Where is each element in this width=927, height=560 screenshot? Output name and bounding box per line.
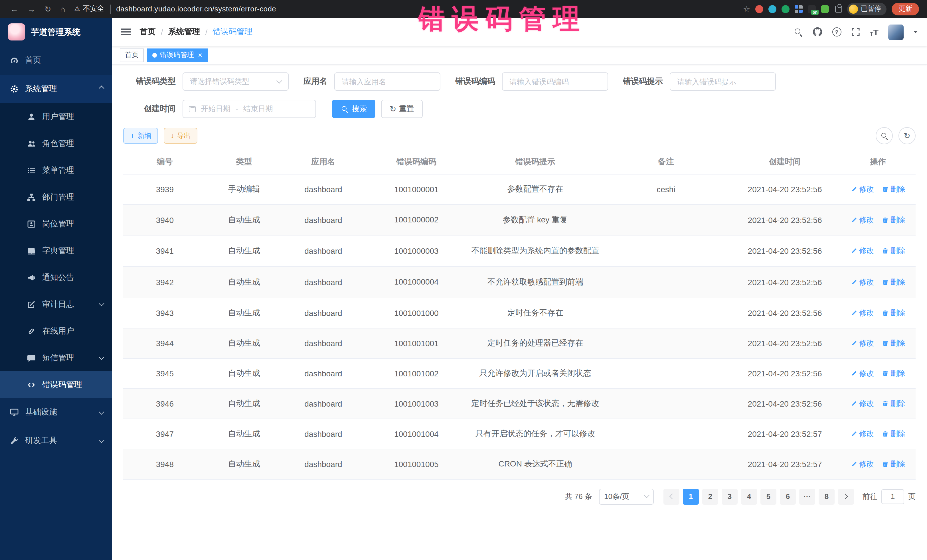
sidebar-item-tools[interactable]: 研发工具 <box>0 426 112 455</box>
error-type-select[interactable]: 请选择错误码类型 <box>182 73 289 91</box>
extension-icon-red[interactable] <box>755 5 763 13</box>
delete-link[interactable]: 删除 <box>882 215 905 225</box>
sidebar-item-megaphone[interactable]: 通知公告 <box>0 264 112 291</box>
goto-page: 前往 页 <box>863 489 916 504</box>
page-button-1[interactable]: 1 <box>683 489 699 505</box>
fullscreen-icon[interactable] <box>851 27 860 36</box>
edit-link[interactable]: 修改 <box>851 399 874 409</box>
sidebar-item-users[interactable]: 角色管理 <box>0 130 112 157</box>
page-button-8[interactable]: 8 <box>819 489 834 505</box>
tab-首页[interactable]: 首页 <box>120 48 144 62</box>
delete-link[interactable]: 删除 <box>882 277 905 287</box>
chevron-down-icon[interactable] <box>913 31 918 35</box>
page-button-6[interactable]: 6 <box>780 489 796 505</box>
update-button[interactable]: 更新 <box>892 3 919 15</box>
table-cell: 不能删除类型为系统内置的参数配置 <box>468 235 602 267</box>
hamburger-icon[interactable] <box>121 31 131 32</box>
error-hint-input[interactable] <box>670 73 776 91</box>
prev-page-button[interactable] <box>663 489 679 505</box>
extension-icon-green[interactable] <box>781 5 790 13</box>
sidebar-item-dashboard[interactable]: 首页 <box>0 46 112 75</box>
profile-chip[interactable]: 已暂停 <box>847 3 886 15</box>
sidebar-item-audit[interactable]: 审计日志 <box>0 291 112 318</box>
goto-page-input[interactable] <box>881 489 904 504</box>
user-avatar[interactable] <box>888 24 904 39</box>
delete-link[interactable]: 删除 <box>882 369 905 379</box>
delete-link[interactable]: 删除 <box>882 308 905 318</box>
error-code-input[interactable] <box>502 73 608 91</box>
extension-icon-grid[interactable] <box>795 5 802 13</box>
edit-link[interactable]: 修改 <box>851 277 874 287</box>
extension-icon-dark[interactable]: on <box>808 5 816 13</box>
reload-icon[interactable]: ↻ <box>44 4 51 14</box>
edit-link[interactable]: 修改 <box>851 369 874 379</box>
table-row: 3941自动生成dashboard1001000003不能删除类型为系统内置的参… <box>123 235 916 267</box>
sidebar-item-tree[interactable]: 部门管理 <box>0 184 112 211</box>
url-text[interactable]: dashboard.yudao.iocoder.cn/system/error-… <box>116 5 276 13</box>
table-cell: ceshi <box>603 174 729 205</box>
bookmark-star-icon[interactable]: ☆ <box>743 4 750 14</box>
security-indicator[interactable]: ⚠ 不安全 <box>74 4 104 14</box>
sidebar-item-online[interactable]: 在线用户 <box>0 318 112 344</box>
trash-icon <box>882 217 889 223</box>
table-cell: 定时任务已经处于该状态，无需修改 <box>468 389 602 419</box>
delete-link[interactable]: 删除 <box>882 184 905 194</box>
breadcrumb-item[interactable]: 系统管理 <box>168 27 200 37</box>
font-size-icon[interactable] <box>870 27 878 37</box>
delete-link[interactable]: 删除 <box>882 246 905 256</box>
extensions-puzzle-icon[interactable] <box>835 5 842 12</box>
reset-button[interactable]: ↻ 重置 <box>381 100 422 118</box>
edit-link[interactable]: 修改 <box>851 459 874 469</box>
app-logo[interactable]: 芋道管理系统 <box>0 18 112 46</box>
delete-link[interactable]: 删除 <box>882 459 905 469</box>
table-cell: 自动生成 <box>207 389 282 419</box>
export-button[interactable]: ↓ 导出 <box>164 128 198 144</box>
column-header: 备注 <box>603 150 729 174</box>
app-name-input[interactable] <box>334 73 441 91</box>
sidebar-item-sms[interactable]: 短信管理 <box>0 344 112 371</box>
page-button-2[interactable]: 2 <box>702 489 718 505</box>
edit-link[interactable]: 修改 <box>851 308 874 318</box>
page-button-4[interactable]: 4 <box>741 489 757 505</box>
page-button-5[interactable]: 5 <box>760 489 777 505</box>
edit-link[interactable]: 修改 <box>851 246 874 256</box>
next-page-button[interactable] <box>838 489 854 505</box>
search-icon <box>880 132 888 140</box>
sidebar-item-badge[interactable]: 岗位管理 <box>0 211 112 237</box>
search-icon[interactable] <box>794 28 802 36</box>
sidebar-item-infra[interactable]: 基础设施 <box>0 398 112 426</box>
github-icon[interactable] <box>812 27 822 37</box>
edit-link[interactable]: 修改 <box>851 215 874 225</box>
page-button-3[interactable]: 3 <box>722 489 738 505</box>
sidebar-item-user[interactable]: 用户管理 <box>0 103 112 130</box>
table-cell: 只有开启状态的任务，才可以修改 <box>468 419 602 449</box>
add-button[interactable]: + 新增 <box>123 128 158 144</box>
sidebar-item-list[interactable]: 菜单管理 <box>0 157 112 184</box>
delete-link[interactable]: 删除 <box>882 429 905 439</box>
column-header: 错误码提示 <box>468 150 602 174</box>
toggle-search-button[interactable] <box>876 127 893 144</box>
extension-icon-blue[interactable] <box>768 5 777 13</box>
create-time-range[interactable]: 开始日期 - 结束日期 <box>182 100 316 118</box>
refresh-table-button[interactable]: ↻ <box>898 127 916 144</box>
extension-icon-leaf[interactable] <box>821 5 829 13</box>
edit-link[interactable]: 修改 <box>851 338 874 348</box>
more-pages-button[interactable]: ··· <box>799 489 815 505</box>
edit-link[interactable]: 修改 <box>851 184 874 194</box>
tab-错误码管理[interactable]: 错误码管理× <box>147 48 207 62</box>
forward-icon[interactable]: → <box>27 4 35 14</box>
edit-link[interactable]: 修改 <box>851 429 874 439</box>
back-icon[interactable]: ← <box>10 4 18 14</box>
breadcrumb-item[interactable]: 首页 <box>140 27 156 37</box>
home-icon[interactable]: ⌂ <box>60 4 65 14</box>
page-size-select[interactable]: 10条/页 <box>599 489 654 505</box>
badge-icon <box>26 219 36 229</box>
delete-link[interactable]: 删除 <box>882 399 905 409</box>
search-button[interactable]: 搜索 <box>332 100 375 118</box>
sidebar-item-code[interactable]: 错误码管理 <box>0 371 112 398</box>
tab-close-icon[interactable]: × <box>198 51 202 59</box>
sidebar-item-book[interactable]: 字典管理 <box>0 237 112 264</box>
delete-link[interactable]: 删除 <box>882 338 905 348</box>
help-icon[interactable] <box>832 27 841 36</box>
sidebar-item-gear[interactable]: 系统管理 <box>0 75 112 103</box>
